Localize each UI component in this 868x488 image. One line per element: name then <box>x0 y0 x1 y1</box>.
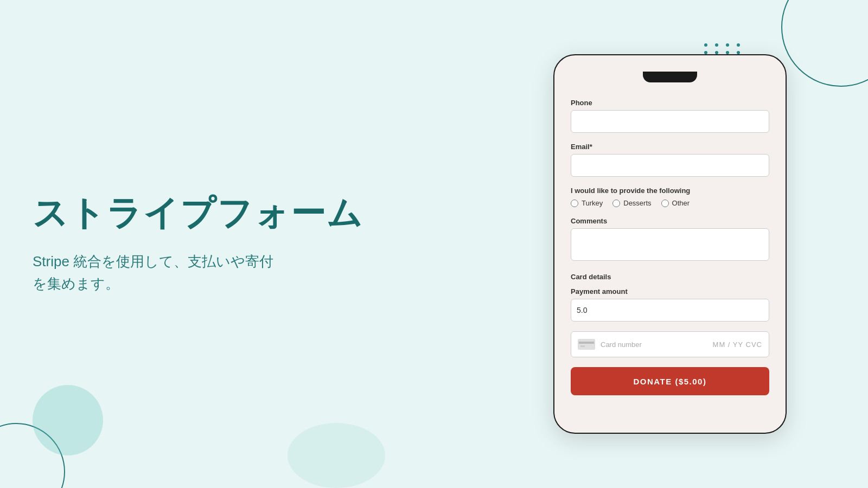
sub-text-line1: Stripe 統合を使用して、支払いや寄付 <box>33 253 273 269</box>
form-container: Phone Email* I would like to provide the… <box>554 93 786 412</box>
payment-amount-label: Payment amount <box>571 287 769 296</box>
payment-amount-input[interactable] <box>571 299 769 322</box>
bg-circle-top-right <box>781 0 868 87</box>
sub-text-line2: を集めます。 <box>33 275 119 292</box>
phone-label: Phone <box>571 99 769 107</box>
radio-turkey[interactable] <box>571 200 578 207</box>
card-details-label: Card details <box>571 273 769 281</box>
radio-group: Turkey Desserts Other <box>571 199 769 207</box>
radio-group-field: I would like to provide the following Tu… <box>571 187 769 207</box>
svg-rect-0 <box>579 339 594 349</box>
radio-other[interactable] <box>661 200 669 207</box>
svg-rect-1 <box>579 342 594 344</box>
radio-desserts[interactable] <box>612 200 620 207</box>
comments-label: Comments <box>571 217 769 225</box>
email-field: Email* <box>571 143 769 177</box>
bg-blob-left <box>33 385 103 455</box>
donate-button[interactable]: DONATE ($5.00) <box>571 367 769 395</box>
phone-container: Phone Email* I would like to provide the… <box>553 54 787 434</box>
sub-text: Stripe 統合を使用して、支払いや寄付 を集めます。 <box>33 251 363 296</box>
radio-other-label: Other <box>672 199 690 207</box>
email-label: Email* <box>571 143 769 151</box>
phone-input[interactable] <box>571 110 769 133</box>
card-expiry-cvc: MM / YY CVC <box>713 341 762 349</box>
card-details-box[interactable]: Card number MM / YY CVC <box>571 331 769 357</box>
bg-blob-center <box>288 423 385 488</box>
radio-turkey-label: Turkey <box>582 199 603 207</box>
email-input[interactable] <box>571 154 769 177</box>
phone-frame: Phone Email* I would like to provide the… <box>553 54 787 434</box>
phone-field: Phone <box>571 99 769 133</box>
card-icon <box>578 339 595 350</box>
card-number-placeholder: Card number <box>601 341 707 349</box>
svg-rect-2 <box>580 345 585 347</box>
payment-amount-field: Payment amount <box>571 287 769 322</box>
phone-notch <box>643 72 697 82</box>
comments-input[interactable] <box>571 228 769 261</box>
card-details-section: Card details <box>571 273 769 281</box>
radio-option-turkey[interactable]: Turkey <box>571 199 603 207</box>
left-content: ストライプフォーム Stripe 統合を使用して、支払いや寄付 を集めます。 <box>33 192 363 296</box>
comments-field: Comments <box>571 217 769 263</box>
radio-option-other[interactable]: Other <box>661 199 690 207</box>
main-title: ストライプフォーム <box>33 192 363 234</box>
radio-group-label: I would like to provide the following <box>571 187 769 195</box>
radio-option-desserts[interactable]: Desserts <box>612 199 651 207</box>
radio-desserts-label: Desserts <box>623 199 651 207</box>
